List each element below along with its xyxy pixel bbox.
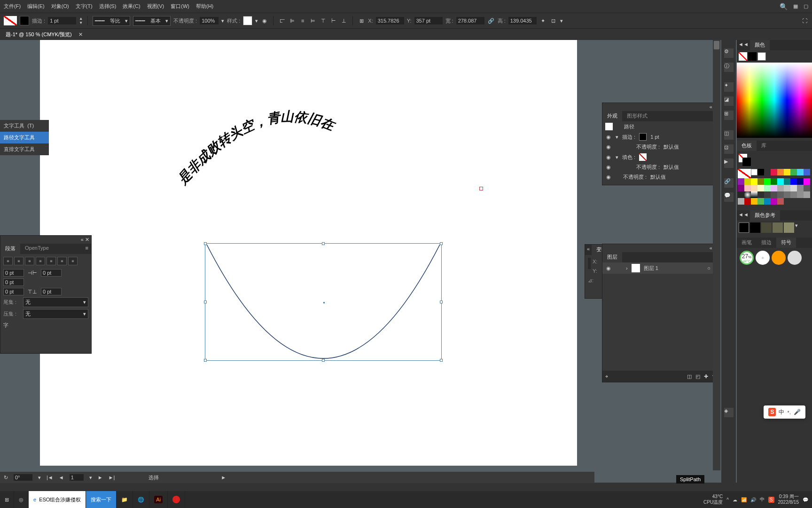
lib-icon[interactable]: ◈ [724,408,734,417]
fill-stroke-proxy[interactable] [739,154,750,165]
tray-sogou-icon[interactable]: S [768,497,774,503]
opacity-stepper-icon[interactable]: ▾ [221,18,224,24]
temperature-widget[interactable]: 43°CCPU温度 [703,494,723,505]
tab-swatches[interactable]: 色板 [737,141,757,151]
ime-punct-icon[interactable]: •, [787,409,791,415]
align-hright-icon[interactable]: ⊨ [309,17,317,24]
artboard-dropdown-icon[interactable]: ▾ [89,475,92,481]
type-tool[interactable]: 文字工具 (T) [0,120,49,132]
y-input[interactable] [414,17,443,24]
panel-collapse-icon[interactable]: « [710,245,712,251]
swatch-grid[interactable] [737,168,812,206]
tab-paragraph[interactable]: 段落 [0,244,20,254]
handle-tc[interactable] [322,242,325,245]
opacity-value[interactable]: 默认值 [664,143,679,151]
profile-dropdown[interactable]: ━━━等比▾ [93,16,130,26]
fill-none-icon[interactable] [739,52,747,61]
artboard-input[interactable] [70,474,84,481]
menu-file[interactable]: 文件(F) [4,3,21,10]
pathfinder-icon[interactable]: ◪ [724,96,734,106]
recolor-icon[interactable]: ◉ [261,17,268,24]
tab-color[interactable]: 颜色 [750,40,770,50]
tray-cloud-icon[interactable]: ☁ [733,497,737,502]
status-popup-icon[interactable]: ► [221,475,226,480]
reference-point-icon[interactable] [588,258,591,269]
opacity-value[interactable]: 默认值 [650,174,666,181]
menu-edit[interactable]: 编辑(E) [27,3,45,10]
tray-network-icon[interactable]: 📶 [741,497,747,502]
compress-dropdown[interactable]: 无▾ [23,309,88,319]
graphic-style-swatch[interactable] [243,16,252,25]
guide-swatch[interactable] [784,222,794,233]
tab-layers[interactable]: 图层 [602,252,622,262]
shape-builder-icon[interactable]: ◫ [724,130,734,140]
symbol-grey[interactable] [788,251,802,265]
rotate-view-icon[interactable]: ↻ [4,475,8,481]
space-before-input[interactable] [3,288,24,295]
tailset-dropdown[interactable]: 无▾ [23,297,88,307]
stroke-width-input[interactable] [48,17,76,24]
notifications-icon[interactable]: 💬 [803,497,808,502]
task-view-icon[interactable]: ◎ [14,491,29,508]
tab-symbols[interactable]: 符号 [776,238,796,248]
ime-mic-icon[interactable]: 🎤 [794,409,801,415]
expand-icon[interactable]: ▾ [616,154,618,160]
align-vbottom-icon[interactable]: ⊥ [340,17,348,24]
visibility-toggle[interactable]: ◉ [605,174,612,180]
stroke-color-swatch[interactable] [639,133,647,141]
justify-left-btn[interactable]: ≡ [36,257,45,265]
prev-artboard-icon[interactable]: ◄ [59,475,64,480]
opacity-value[interactable]: 默认值 [664,164,679,171]
fill-white-icon[interactable] [757,52,766,61]
ie-taskbar-item[interactable]: eESO组合涉嫌侵权 [29,491,86,508]
last-artboard-icon[interactable]: ►| [109,475,115,480]
layer-visibility-toggle[interactable]: ◉ [605,265,612,271]
align-hcenter-icon[interactable]: ≡ [299,17,306,24]
tab-appearance[interactable]: 外观 [602,111,622,121]
justify-all-btn[interactable]: ≡ [68,257,78,265]
guide-swatch[interactable] [761,222,772,233]
tab-brushes[interactable]: 画笔 [737,238,757,248]
next-artboard-icon[interactable]: ► [98,475,103,480]
vertical-scrollbar[interactable] [713,40,720,470]
transform-icon[interactable]: ⊡ [724,144,734,154]
explorer-icon[interactable]: 📁 [117,491,133,508]
justify-right-btn[interactable]: ≡ [57,257,67,265]
tab-graphic-styles[interactable]: 图形样式 [622,111,652,121]
more-dropdown-icon[interactable]: ▾ [560,18,563,24]
stroke-black-icon[interactable] [748,52,757,61]
transform-icon[interactable]: ⊞ [358,17,365,24]
locate-icon[interactable]: ⌖ [605,373,608,380]
path-type-tool[interactable]: 路径文字工具 [0,132,49,143]
tab-document[interactable]: 题-1* @ 150 % (CMYK/预览) [2,30,76,39]
illustrator-icon[interactable]: Ai [149,491,168,508]
handle-rc[interactable] [440,301,443,303]
layer-name[interactable]: 图层 1 [644,265,658,272]
indent-right-input[interactable] [41,269,62,277]
tab-stroke-panel[interactable]: 描边 [757,238,776,248]
make-clip-icon[interactable]: ◫ [687,373,692,380]
handle-tr[interactable] [440,242,443,245]
actions-icon[interactable]: ▶ [724,159,734,168]
menu-window[interactable]: 窗口(W) [171,3,189,10]
fill-none-swatch[interactable] [639,153,647,161]
comments-icon[interactable]: 💬 [724,192,734,202]
handle-tl[interactable] [204,242,207,245]
base-color-swatch[interactable] [739,222,749,233]
color-spectrum[interactable] [737,63,812,138]
menu-type[interactable]: 文字(T) [76,3,93,10]
handle-lc[interactable] [204,301,207,303]
guide-swatch[interactable] [773,222,783,233]
align-hleft-icon[interactable]: ⊫ [289,17,296,24]
panel-collapse-icon[interactable]: « [585,245,592,255]
visibility-toggle[interactable]: ◉ [605,134,612,140]
align-center-btn[interactable]: ≡ [14,257,23,265]
visibility-toggle[interactable]: ◉ [605,164,612,170]
guide-dropdown-icon[interactable]: ▾ [795,222,798,233]
tray-sound-icon[interactable]: 🔊 [750,497,756,502]
magic-wand-icon[interactable]: ✦ [724,82,734,92]
stroke-weight[interactable]: 1 pt [650,134,659,140]
handle-bl[interactable] [204,359,207,362]
align-vcenter-icon[interactable]: ⊢ [330,17,337,24]
visibility-toggle[interactable]: ◉ [605,144,612,150]
